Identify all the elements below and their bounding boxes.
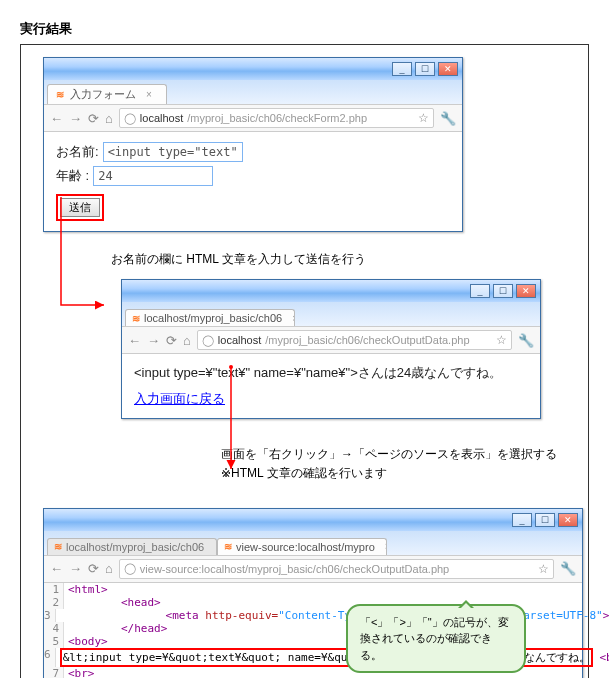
minimize-button[interactable]: _ <box>470 284 490 298</box>
settings-icon[interactable]: 🔧 <box>440 111 456 126</box>
home-button[interactable]: ⌂ <box>183 333 191 348</box>
browser-window-1: _ ☐ ✕ ≋ 入力フォーム × ← → ⟳ ⌂ ◯ localhost/myp… <box>43 57 463 232</box>
close-button[interactable]: ✕ <box>558 513 578 527</box>
annotation-2b: ※HTML 文章の確認を行います <box>221 464 568 483</box>
tab-close-icon[interactable]: × <box>292 313 295 324</box>
back-link[interactable]: 入力画面に戻る <box>134 391 225 406</box>
maximize-button[interactable]: ☐ <box>535 513 555 527</box>
home-button[interactable]: ⌂ <box>105 111 113 126</box>
label-age: 年齢 : <box>56 167 89 185</box>
tab-close-icon[interactable]: × <box>385 541 387 552</box>
forward-button[interactable]: → <box>69 111 82 126</box>
input-name[interactable] <box>103 142 243 162</box>
section-heading: 実行結果 <box>20 20 589 38</box>
src-indent <box>68 622 121 635</box>
src-l2: <head> <box>121 596 161 609</box>
annotation-2a: 画面を「右クリック」→「ページのソースを表示」を選択する <box>221 445 568 464</box>
xampp-icon: ≋ <box>54 541 62 553</box>
back-button[interactable]: ← <box>50 111 63 126</box>
tab-title: localhost/myproj_basic/ch06 <box>66 541 204 553</box>
browser-tab-2[interactable]: ≋ view-source:localhost/mypro × <box>217 538 387 555</box>
browser-tab-1[interactable]: ≋ localhost/myproj_basic/ch06 <box>47 538 217 555</box>
tab-title: view-source:localhost/mypro <box>236 541 375 553</box>
url-full: view-source:localhost/myproj_basic/ch06/… <box>140 563 449 575</box>
maximize-button[interactable]: ☐ <box>493 284 513 298</box>
titlebar: _ ☐ ✕ <box>44 509 582 531</box>
url-host: localhost <box>218 334 261 346</box>
reload-button[interactable]: ⟳ <box>88 111 99 126</box>
forward-button[interactable]: → <box>147 333 160 348</box>
settings-icon[interactable]: 🔧 <box>560 561 576 576</box>
src-l6-br: <br> <box>599 651 609 664</box>
address-bar[interactable]: ◯ localhost/myproj_basic/ch06/checkForm2… <box>119 108 434 128</box>
globe-icon: ◯ <box>202 334 214 347</box>
src-l3-end: > <box>603 609 609 622</box>
forward-button[interactable]: → <box>69 561 82 576</box>
submit-button[interactable]: 送信 <box>60 198 100 217</box>
browser-window-2: _ ☐ ✕ ≋ localhost/myproj_basic/ch06 × ← … <box>121 279 541 419</box>
home-button[interactable]: ⌂ <box>105 561 113 576</box>
toolbar: ← → ⟳ ⌂ ◯ view-source:localhost/myproj_b… <box>44 555 582 583</box>
close-button[interactable]: ✕ <box>438 62 458 76</box>
address-bar[interactable]: ◯ localhost/myproj_basic/ch06/checkOutpu… <box>197 330 512 350</box>
tab-bar: ≋ localhost/myproj_basic/ch06 ≋ view-sou… <box>44 531 582 555</box>
bookmark-icon[interactable]: ☆ <box>496 333 507 347</box>
tab-close-icon[interactable]: × <box>146 89 152 100</box>
settings-icon[interactable]: 🔧 <box>518 333 534 348</box>
back-button[interactable]: ← <box>50 561 63 576</box>
xampp-icon: ≋ <box>54 89 66 101</box>
src-l3-a1n: http-equiv= <box>199 609 278 622</box>
src-l5: <body> <box>68 635 108 648</box>
reload-button[interactable]: ⟳ <box>166 333 177 348</box>
figure-container: _ ☐ ✕ ≋ 入力フォーム × ← → ⟳ ⌂ ◯ localhost/myp… <box>20 44 589 678</box>
toolbar: ← → ⟳ ⌂ ◯ localhost/myproj_basic/ch06/ch… <box>122 326 540 354</box>
minimize-button[interactable]: _ <box>392 62 412 76</box>
annotation-2: 画面を「右クリック」→「ページのソースを表示」を選択する ※HTML 文章の確認… <box>221 445 568 483</box>
url-path: /myproj_basic/ch06/checkOutputData.php <box>265 334 469 346</box>
globe-icon: ◯ <box>124 112 136 125</box>
page-body: お名前: 年齢 : 送信 <box>44 132 462 231</box>
globe-icon: ◯ <box>124 562 136 575</box>
annotation-1: お名前の欄に HTML 文章を入力して送信を行う <box>111 250 568 269</box>
xampp-icon: ≋ <box>132 312 140 324</box>
bookmark-icon[interactable]: ☆ <box>418 111 429 125</box>
src-l1: <html> <box>68 583 108 596</box>
titlebar: _ ☐ ✕ <box>44 58 462 80</box>
page-body: <input type=¥"text¥" name=¥"name¥">さんは24… <box>122 354 540 418</box>
maximize-button[interactable]: ☐ <box>415 62 435 76</box>
label-name: お名前: <box>56 143 99 161</box>
src-l4: </head> <box>121 622 167 635</box>
tab-title: 入力フォーム <box>70 87 136 102</box>
submit-highlight: 送信 <box>56 194 104 221</box>
tab-title: localhost/myproj_basic/ch06 <box>144 312 282 324</box>
output-text: <input type=¥"text¥" name=¥"name¥">さんは24… <box>134 364 528 382</box>
minimize-button[interactable]: _ <box>512 513 532 527</box>
reload-button[interactable]: ⟳ <box>88 561 99 576</box>
url-host: localhost <box>140 112 183 124</box>
src-l7: <br> <box>68 667 95 678</box>
src-l3-tag: <meta <box>166 609 199 622</box>
back-button[interactable]: ← <box>128 333 141 348</box>
close-button[interactable]: ✕ <box>516 284 536 298</box>
titlebar: _ ☐ ✕ <box>122 280 540 302</box>
speech-bubble: 「<」「>」「"」の記号が、変換されているのが確認できる。 <box>346 604 526 674</box>
bookmark-icon[interactable]: ☆ <box>538 562 549 576</box>
tab-bar: ≋ 入力フォーム × <box>44 80 462 104</box>
xampp-icon: ≋ <box>224 541 232 553</box>
browser-tab[interactable]: ≋ localhost/myproj_basic/ch06 × <box>125 309 295 326</box>
src-indent <box>60 609 166 622</box>
tab-bar: ≋ localhost/myproj_basic/ch06 × <box>122 302 540 326</box>
input-age[interactable] <box>93 166 213 186</box>
src-indent <box>68 596 121 609</box>
browser-tab[interactable]: ≋ 入力フォーム × <box>47 84 167 104</box>
url-path: /myproj_basic/ch06/checkForm2.php <box>187 112 367 124</box>
address-bar[interactable]: ◯ view-source:localhost/myproj_basic/ch0… <box>119 559 554 579</box>
toolbar: ← → ⟳ ⌂ ◯ localhost/myproj_basic/ch06/ch… <box>44 104 462 132</box>
